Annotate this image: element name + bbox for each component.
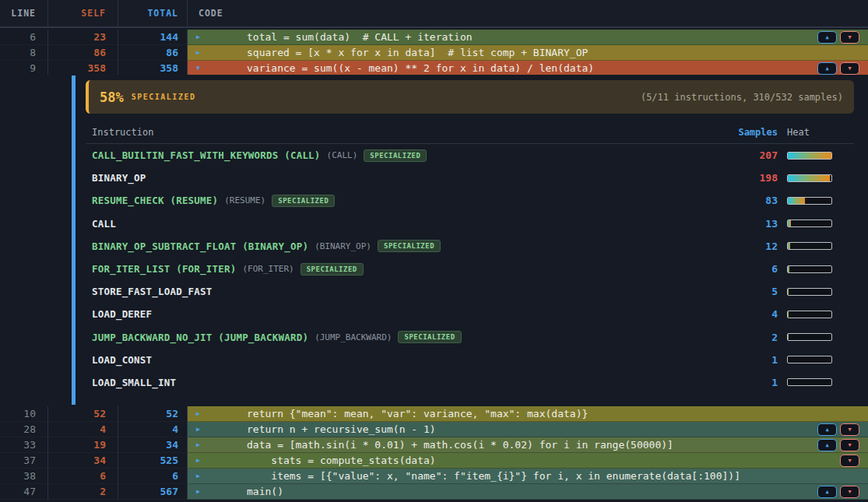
heat-bar-fill — [788, 243, 790, 249]
jump-down-button[interactable]: ▼ — [840, 455, 859, 467]
code-cell: ▶ items = [{"value": x, "name": f"item_{… — [188, 469, 868, 484]
expanded-line-detail-panel: 58% SPECIALIZED (5/11 instructions, 310/… — [0, 75, 868, 406]
column-header-total: TOTAL — [118, 0, 188, 26]
total-samples: 525 — [118, 453, 188, 469]
line-number: 37 — [0, 453, 48, 469]
jump-down-button[interactable]: ▼ — [840, 423, 859, 436]
row-nav-buttons: ▲▼ — [817, 486, 859, 498]
jump-down-button[interactable]: ▼ — [840, 439, 859, 451]
specialized-label: SPECIALIZED — [132, 93, 196, 101]
expand-arrow-icon[interactable]: ▶ — [196, 469, 200, 484]
heat-bar-fill — [788, 289, 789, 295]
row-nav-buttons: ▲▼ — [817, 62, 859, 75]
code-cell: ▶squared = [x * x for x in data] # list … — [188, 45, 868, 61]
jump-up-button[interactable]: ▲ — [817, 439, 837, 451]
expand-arrow-icon[interactable]: ▶ — [196, 422, 200, 437]
heat-cell — [778, 288, 854, 296]
base-opcode: (RESUME) — [224, 195, 265, 205]
line-number: 28 — [0, 422, 48, 437]
self-samples: 6 — [48, 469, 118, 484]
expand-arrow-icon[interactable]: ▶ — [196, 484, 200, 500]
specialized-badge: SPECIALIZED — [398, 331, 461, 343]
instruction-row: LOAD_DEREF4 — [86, 303, 854, 325]
column-header-code: CODE — [188, 0, 868, 26]
instruction-name: LOAD_CONST — [92, 354, 152, 366]
instruction-name-cell: CALL_BUILTIN_FAST_WITH_KEYWORDS (CALL)(C… — [86, 149, 684, 162]
instruction-table: Instruction Samples Heat CALL_BUILTIN_FA… — [86, 121, 854, 405]
instruction-table-header: Instruction Samples Heat — [86, 121, 854, 144]
heat-bar-track — [787, 197, 832, 205]
column-header-line: LINE — [0, 0, 48, 26]
code-text: data = [math.sin(i * 0.01) + math.cos(i … — [188, 437, 868, 453]
total-samples: 6 — [118, 469, 188, 484]
code-text: variance = sum((x - mean) ** 2 for x in … — [188, 61, 868, 76]
code-row: 2844▶return n + recursive_sum(n - 1)▲▼ — [0, 422, 868, 437]
instruction-name: BINARY_OP_SUBTRACT_FLOAT (BINARY_OP) — [92, 240, 308, 252]
instruction-name-cell: STORE_FAST_LOAD_FAST — [86, 286, 684, 297]
sample-count: 13 — [684, 218, 778, 230]
specialized-percent: 58% — [100, 90, 124, 105]
total-samples: 144 — [118, 30, 188, 45]
instruction-row: CALL13 — [86, 212, 854, 235]
heat-bar-track — [787, 356, 832, 363]
instruction-name-cell: LOAD_SMALL_INT — [86, 377, 684, 388]
total-samples: 86 — [118, 45, 188, 61]
heat-bar-fill — [788, 175, 830, 181]
row-nav-buttons: ▲▼ — [817, 31, 859, 44]
jump-up-button[interactable]: ▲ — [817, 31, 837, 44]
sample-count: 198 — [684, 172, 778, 184]
sample-count: 4 — [684, 308, 778, 320]
instruction-rows: CALL_BUILTIN_FAST_WITH_KEYWORDS (CALL)(C… — [86, 144, 854, 394]
heat-cell — [778, 265, 854, 273]
heat-bar-fill — [788, 220, 791, 226]
code-cell: ▶return {"mean": mean, "var": variance, … — [188, 406, 868, 422]
jump-up-button[interactable]: ▲ — [817, 486, 837, 498]
instruction-name-cell: LOAD_DEREF — [86, 308, 684, 320]
specialization-banner: 58% SPECIALIZED (5/11 instructions, 310/… — [86, 80, 854, 114]
code-cell: ▼variance = sum((x - mean) ** 2 for x in… — [188, 61, 868, 76]
expand-arrow-icon[interactable]: ▶ — [196, 437, 200, 453]
heat-bar-track — [787, 152, 832, 160]
instruction-row: BINARY_OP_SUBTRACT_FLOAT (BINARY_OP)(BIN… — [86, 235, 854, 258]
expand-arrow-icon[interactable]: ▶ — [196, 45, 200, 61]
code-text: return {"mean": mean, "var": variance, "… — [188, 406, 868, 422]
jump-up-button[interactable]: ▲ — [817, 62, 837, 75]
total-samples: 52 — [118, 406, 188, 422]
samples-column-header: Samples — [684, 127, 778, 138]
line-number: 6 — [0, 30, 48, 45]
heat-cell — [778, 311, 854, 318]
heat-cell — [778, 333, 854, 341]
sample-count: 207 — [684, 149, 778, 161]
jump-up-button[interactable]: ▲ — [817, 423, 837, 436]
total-samples: 4 — [118, 422, 188, 437]
code-text: return n + recursive_sum(n - 1) — [188, 422, 868, 437]
instruction-name-cell: CALL — [86, 218, 684, 230]
code-row: 331934▶data = [math.sin(i * 0.01) + math… — [0, 437, 868, 453]
instruction-row: CALL_BUILTIN_FAST_WITH_KEYWORDS (CALL)(C… — [86, 144, 854, 167]
code-text: squared = [x * x for x in data] # list c… — [188, 45, 868, 61]
jump-down-button[interactable]: ▼ — [840, 486, 859, 498]
expand-arrow-icon[interactable]: ▶ — [196, 406, 200, 422]
heat-cell — [778, 378, 854, 386]
code-cell: ▶return n + recursive_sum(n - 1)▲▼ — [188, 422, 868, 437]
self-samples: 4 — [48, 422, 118, 437]
code-row: 9358358▼variance = sum((x - mean) ** 2 f… — [0, 61, 868, 76]
instruction-name: LOAD_SMALL_INT — [92, 377, 176, 388]
self-samples: 19 — [48, 437, 118, 453]
instruction-row: LOAD_SMALL_INT1 — [86, 371, 854, 394]
code-row: 472567▶main()▲▼ — [0, 484, 868, 500]
expand-arrow-icon[interactable]: ▶ — [196, 30, 200, 45]
sample-count: 2 — [684, 332, 778, 343]
jump-down-button[interactable]: ▼ — [840, 31, 859, 44]
instruction-name: STORE_FAST_LOAD_FAST — [92, 286, 213, 297]
heat-bar-track — [787, 311, 832, 318]
jump-down-button[interactable]: ▼ — [840, 62, 859, 75]
instruction-row: JUMP_BACKWARD_NO_JIT (JUMP_BACKWARD)(JUM… — [86, 326, 854, 349]
expand-arrow-icon[interactable]: ▶ — [196, 453, 200, 469]
line-number: 8 — [0, 45, 48, 61]
sample-count: 6 — [684, 263, 778, 275]
self-samples: 86 — [48, 45, 118, 61]
collapse-arrow-icon[interactable]: ▼ — [196, 61, 200, 76]
base-opcode: (CALL) — [327, 150, 358, 160]
heat-bar-fill — [788, 334, 789, 340]
